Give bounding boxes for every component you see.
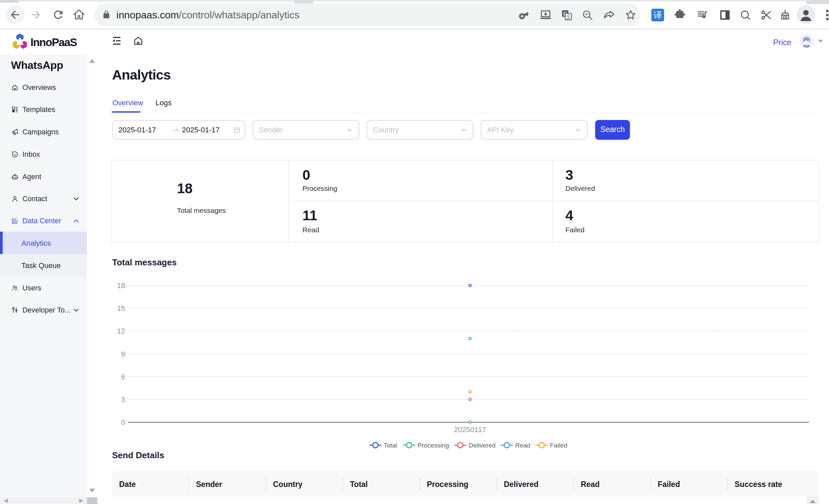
svg-text:Read: Read xyxy=(515,442,530,449)
svg-text:3: 3 xyxy=(121,395,125,404)
svg-text:文: 文 xyxy=(566,14,571,20)
svg-text:0: 0 xyxy=(121,418,125,426)
svg-text:9: 9 xyxy=(121,350,125,358)
svg-text:20250117: 20250117 xyxy=(454,425,486,434)
svg-text:15: 15 xyxy=(117,304,125,312)
svg-text:Processing: Processing xyxy=(418,442,449,449)
svg-text:12: 12 xyxy=(117,327,125,335)
svg-text:6: 6 xyxy=(121,373,125,381)
svg-text:Delivered: Delivered xyxy=(469,442,496,449)
svg-text:18: 18 xyxy=(117,281,125,290)
svg-text:Total: Total xyxy=(384,442,397,449)
svg-text:Failed: Failed xyxy=(550,442,567,449)
svg-text:译: 译 xyxy=(653,10,662,20)
